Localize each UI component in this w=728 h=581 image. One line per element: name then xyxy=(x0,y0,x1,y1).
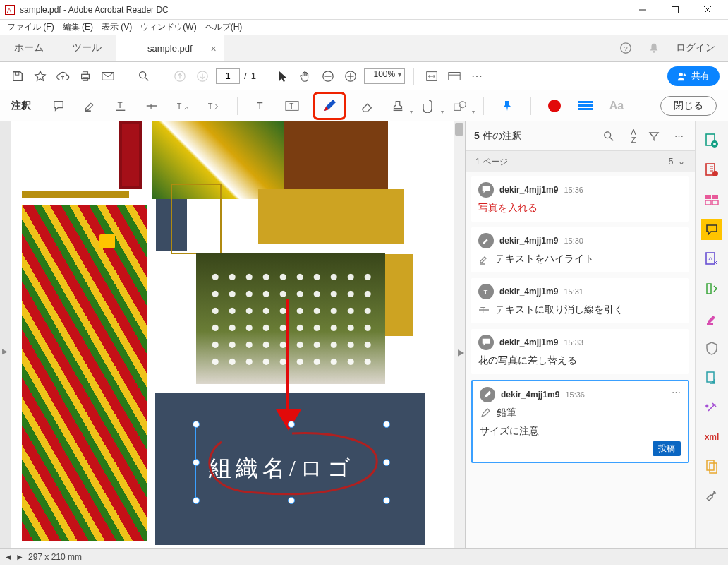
tab-document[interactable]: sample.pdf × xyxy=(116,35,224,61)
collapse-pane-icon[interactable]: ▶ xyxy=(458,347,464,357)
handle-tc[interactable] xyxy=(288,421,295,428)
selection-box[interactable] xyxy=(195,424,387,501)
share-button[interactable]: 共有 xyxy=(667,66,720,86)
expand-left-icon[interactable]: ▶ xyxy=(2,347,8,355)
hand-icon[interactable] xyxy=(296,67,315,85)
rail-create-icon[interactable] xyxy=(701,130,722,151)
status-next-icon[interactable]: ► xyxy=(16,552,24,562)
zoom-out-icon[interactable] xyxy=(319,67,337,85)
font-icon[interactable]: Aa xyxy=(606,95,627,116)
close-window-button[interactable] xyxy=(691,0,724,20)
menu-view[interactable]: 表示 (V) xyxy=(97,20,136,35)
line-width-icon[interactable] xyxy=(575,95,596,116)
comment-item-4[interactable]: dekir_4mjj1m9 15:33 花の写真に差し替える xyxy=(471,329,689,374)
sticky-note-icon[interactable] xyxy=(99,234,115,248)
highlight-icon[interactable] xyxy=(79,95,100,116)
rail-compress-icon[interactable] xyxy=(701,278,722,299)
insert-text-icon[interactable]: T xyxy=(172,95,193,116)
mail-icon[interactable] xyxy=(99,67,117,85)
comment-item-2[interactable]: dekir_4mjj1m9 15:30 テキストをハイライト xyxy=(471,227,689,272)
page-view-icon[interactable] xyxy=(445,67,463,85)
comments-filter-icon[interactable] xyxy=(648,131,664,142)
comment-edit-input[interactable]: サイズに注意 xyxy=(480,425,681,438)
handle-tl[interactable] xyxy=(193,421,200,428)
pencil-tool-active[interactable] xyxy=(313,92,346,120)
eraser-icon[interactable] xyxy=(356,95,377,116)
page-canvas[interactable]: 組織名/ロゴ xyxy=(11,121,454,548)
handle-ml[interactable] xyxy=(193,459,200,466)
comments-sort-icon[interactable]: AZ xyxy=(626,128,641,144)
document-viewport[interactable]: ▶ 組織名/ロゴ xyxy=(0,121,466,548)
maximize-button[interactable] xyxy=(659,0,691,20)
note-icon[interactable] xyxy=(48,95,69,116)
rail-organize-icon[interactable] xyxy=(701,189,722,210)
menu-edit[interactable]: 編集 (E) xyxy=(59,20,97,35)
status-prev-icon[interactable]: ◄ xyxy=(4,552,13,562)
handle-bc[interactable] xyxy=(288,497,295,504)
handle-tr[interactable] xyxy=(383,421,390,428)
tab-tools[interactable]: ツール xyxy=(58,35,116,61)
svg-text:?: ? xyxy=(624,44,628,52)
page-down-icon[interactable] xyxy=(193,67,212,85)
login-button[interactable]: ログイン xyxy=(676,42,715,54)
zoom-select[interactable]: 100% xyxy=(364,68,405,84)
zoom-in-icon[interactable] xyxy=(341,67,360,85)
rail-sign-icon[interactable] xyxy=(701,248,722,270)
comment-post-button[interactable]: 投稿 xyxy=(653,441,681,456)
shapes-icon[interactable] xyxy=(449,95,471,116)
bell-icon[interactable] xyxy=(648,42,663,54)
text-tool-icon[interactable]: T xyxy=(250,95,272,116)
comments-page-header[interactable]: 1 ページ 5 ⌄ xyxy=(466,151,695,172)
doc-scrollbar[interactable] xyxy=(454,121,465,548)
comments-more-icon[interactable]: ⋯ xyxy=(671,131,686,141)
rail-redact-icon[interactable] xyxy=(701,308,722,329)
rail-export-icon[interactable] xyxy=(701,367,722,388)
tools-rail: xml xyxy=(696,121,728,548)
attach-icon[interactable] xyxy=(418,95,439,116)
more-icon[interactable]: ⋯ xyxy=(468,67,486,85)
handle-mr[interactable] xyxy=(383,459,390,466)
cloud-upload-icon[interactable] xyxy=(54,67,72,85)
star-icon[interactable] xyxy=(31,67,49,85)
pin-icon[interactable] xyxy=(497,95,518,116)
svg-text:A: A xyxy=(7,7,11,14)
page-number-input[interactable] xyxy=(216,68,240,84)
rail-protect-icon[interactable] xyxy=(701,337,722,359)
menu-help[interactable]: ヘルプ(H) xyxy=(201,20,247,35)
rail-enhance-icon[interactable] xyxy=(701,397,722,418)
help-icon[interactable]: ? xyxy=(619,42,635,54)
handle-bl[interactable] xyxy=(193,497,200,504)
minimize-button[interactable] xyxy=(626,0,659,20)
page-up-icon[interactable] xyxy=(171,67,189,85)
menu-window[interactable]: ウィンドウ(W) xyxy=(136,20,200,35)
underline-icon[interactable]: T xyxy=(110,95,131,116)
comment-item-1[interactable]: dekir_4mjj1m9 15:36 写真を入れる xyxy=(471,176,689,222)
handle-br[interactable] xyxy=(383,497,390,504)
textbox-icon[interactable]: T xyxy=(281,95,303,116)
rail-tools-icon[interactable] xyxy=(701,486,722,507)
rail-xml-icon[interactable]: xml xyxy=(701,426,722,448)
cursor-icon[interactable] xyxy=(274,67,292,85)
tab-home[interactable]: ホーム xyxy=(0,35,58,61)
comments-search-icon[interactable] xyxy=(603,131,619,142)
comment-item-5-active[interactable]: ⋯ dekir_4mjj1m9 15:36 鉛筆 サイズに注意 投稿 xyxy=(471,380,689,463)
search-icon[interactable] xyxy=(135,67,153,85)
rail-edit-icon[interactable] xyxy=(701,160,722,181)
rail-comment-icon[interactable] xyxy=(701,219,722,240)
fit-width-icon[interactable] xyxy=(423,67,441,85)
save-icon[interactable] xyxy=(8,67,27,85)
tab-close-icon[interactable]: × xyxy=(210,43,216,54)
comment-item-3[interactable]: T dekir_4mjj1m9 15:31 T テキストに取り消し線を引く xyxy=(471,278,689,323)
comment-more-icon[interactable]: ⋯ xyxy=(672,387,681,397)
rail-copy-icon[interactable] xyxy=(701,456,722,477)
stamp-icon[interactable] xyxy=(387,95,408,116)
print-icon[interactable] xyxy=(76,67,95,85)
page-count: 5 ⌄ xyxy=(669,157,685,167)
menu-file[interactable]: ファイル (F) xyxy=(3,20,59,35)
close-annotation-button[interactable]: 閉じる xyxy=(660,96,717,116)
color-picker[interactable] xyxy=(544,95,565,116)
strikethrough-icon[interactable]: T xyxy=(141,95,162,116)
scrollbar-thumb[interactable] xyxy=(455,123,463,136)
replace-text-icon[interactable]: T xyxy=(203,95,224,116)
comment-user: dekir_4mjj1m9 xyxy=(499,287,558,297)
